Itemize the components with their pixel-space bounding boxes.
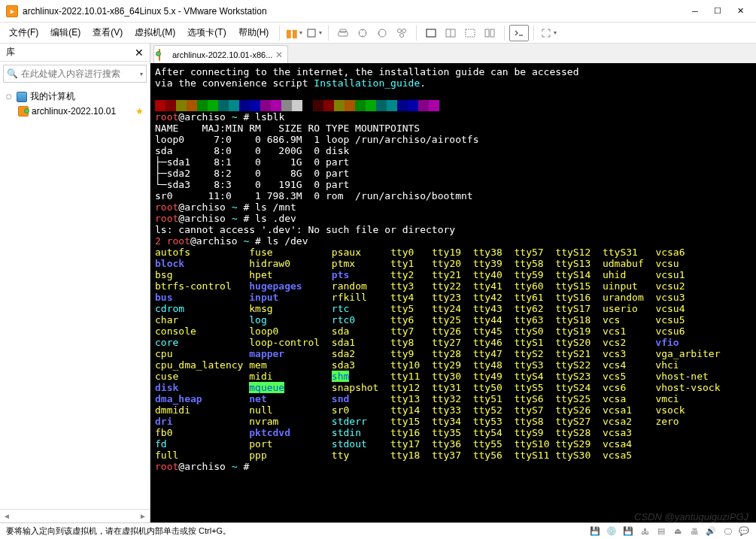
computer-icon [17, 92, 27, 102]
status-msg-icon[interactable]: 💬 [738, 526, 750, 537]
power-button[interactable]: ▾ [304, 25, 323, 41]
snapshot-manager-button[interactable] [392, 25, 411, 41]
tab-label: archlinux-2022.10.01-x86... [172, 50, 272, 59]
menu-view[interactable]: 查看(V) [87, 23, 129, 42]
tab-archlinux[interactable]: archlinux-2022.10.01-x86... ✕ [153, 45, 288, 63]
library-tree: ▢ 我的计算机 archlinux-2022.10.01 ★ [0, 86, 150, 509]
tree-vm-archlinux[interactable]: archlinux-2022.10.01 ★ [3, 104, 147, 118]
collapse-icon[interactable]: ▢ [6, 93, 14, 100]
menu-tabs[interactable]: 选项卡(T) [181, 23, 232, 42]
svg-rect-11 [466, 29, 475, 37]
pause-button[interactable]: ▮▮▾ [284, 25, 304, 41]
status-cd-icon[interactable]: 💿 [606, 526, 618, 537]
vm-icon [18, 106, 29, 117]
statusbar: 要将输入定向到该虚拟机，请在虚拟机内部单击或按 Ctrl+G。 💾 💿 💾 🖧 … [0, 522, 756, 539]
svg-point-6 [402, 29, 406, 32]
app-icon: ▸ [6, 5, 18, 17]
status-cpu-icon[interactable]: ▤ [655, 526, 667, 537]
favorite-star-icon[interactable]: ★ [135, 106, 144, 117]
tab-close-button[interactable]: ✕ [275, 50, 283, 60]
menu-file[interactable]: 文件(F) [3, 23, 44, 42]
status-net-icon[interactable]: 🖧 [639, 526, 651, 537]
search-icon: 🔍 [7, 68, 18, 79]
view-single-button[interactable] [421, 25, 441, 41]
status-usb-icon[interactable]: ⏏ [672, 526, 684, 537]
svg-point-4 [378, 29, 386, 37]
svg-point-7 [400, 33, 404, 37]
sidebar-close-button[interactable]: ✕ [135, 47, 144, 59]
maximize-button[interactable]: ☐ [708, 4, 727, 19]
status-message: 要将输入定向到该虚拟机，请在虚拟机内部单击或按 Ctrl+G。 [6, 525, 584, 537]
snapshot-revert-button[interactable] [372, 25, 392, 41]
tree-vm-label: archlinux-2022.10.01 [32, 106, 116, 117]
view-split-button[interactable] [441, 25, 460, 41]
library-sidebar: 库 ✕ 🔍 ▾ ▢ 我的计算机 archlinux-2022.10.01 ★ ◄… [0, 44, 150, 522]
status-sound-icon[interactable]: 🔊 [705, 526, 717, 537]
titlebar: ▸ archlinux-2022.10.01-x86_64Linux 5.x -… [0, 0, 756, 23]
svg-point-5 [398, 29, 402, 32]
menu-vm[interactable]: 虚拟机(M) [129, 23, 181, 42]
tab-bar: archlinux-2022.10.01-x86... ✕ [150, 44, 756, 63]
tree-root-label: 我的计算机 [30, 90, 75, 103]
svg-rect-8 [427, 29, 436, 37]
view-thumb-button[interactable] [460, 25, 480, 41]
console-button[interactable] [509, 25, 529, 41]
menubar: 文件(F) 编辑(E) 查看(V) 虚拟机(M) 选项卡(T) 帮助(H) ▮▮… [0, 23, 756, 44]
scroll-left-icon[interactable]: ◄ [3, 512, 11, 520]
close-button[interactable]: ✕ [730, 4, 750, 19]
menu-help[interactable]: 帮助(H) [232, 23, 275, 42]
window-title: archlinux-2022.10.01-x86_64Linux 5.x - V… [23, 6, 685, 17]
search-input[interactable] [18, 67, 140, 80]
send-cad-button[interactable] [333, 25, 353, 41]
status-display-icon[interactable]: 🖵 [721, 526, 733, 537]
status-printer-icon[interactable]: 🖶 [688, 526, 700, 537]
vm-area: archlinux-2022.10.01-x86... ✕ After conn… [150, 44, 756, 522]
minimize-button[interactable]: ─ [685, 4, 705, 19]
scroll-right-icon[interactable]: ► [139, 512, 147, 520]
svg-rect-13 [490, 29, 494, 37]
status-disk-icon[interactable]: 💾 [589, 526, 601, 537]
tree-root-mycomputer[interactable]: ▢ 我的计算机 [3, 89, 147, 104]
search-dropdown-icon[interactable]: ▾ [140, 71, 143, 77]
tab-vm-icon [159, 50, 169, 60]
svg-rect-0 [308, 29, 315, 37]
menu-edit[interactable]: 编辑(E) [44, 23, 87, 42]
view-unity-button[interactable] [480, 25, 499, 41]
svg-rect-12 [485, 29, 489, 37]
fullscreen-button[interactable]: ▾ [539, 25, 558, 41]
sidebar-title: 库 [6, 46, 135, 59]
status-floppy-icon[interactable]: 💾 [622, 526, 634, 537]
vm-console[interactable]: After connecting to the internet, the in… [150, 63, 756, 522]
snapshot-button[interactable] [353, 25, 372, 41]
search-box[interactable]: 🔍 ▾ [3, 65, 147, 83]
